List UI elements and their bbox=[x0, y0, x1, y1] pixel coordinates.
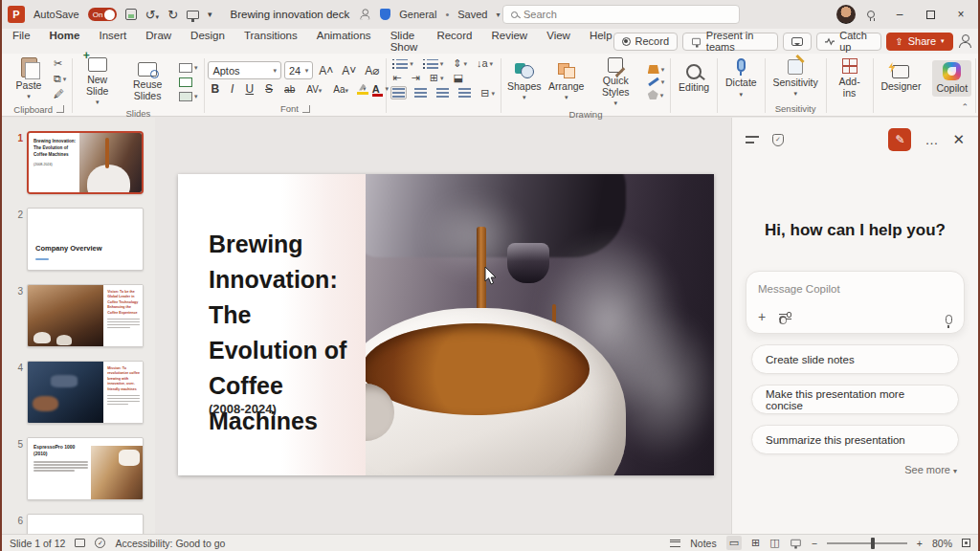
display-settings-icon[interactable] bbox=[75, 539, 85, 547]
suggestion-summarize[interactable]: Summarize this presentation bbox=[751, 425, 959, 454]
cut-button[interactable]: ✂ bbox=[52, 57, 68, 70]
decrease-indent-button[interactable]: ⇤ bbox=[390, 72, 403, 84]
lightbulb-icon[interactable] bbox=[867, 11, 875, 18]
save-icon[interactable] bbox=[125, 9, 137, 20]
shapes-button[interactable]: Shapes▾ bbox=[505, 61, 544, 103]
font-name-select[interactable]: Aptos▾ bbox=[208, 61, 281, 79]
powerpoint-logo-icon[interactable]: P bbox=[8, 6, 25, 23]
new-slide-button[interactable]: New Slide▾ bbox=[77, 55, 118, 108]
tab-review[interactable]: Review bbox=[490, 26, 528, 56]
undo-icon[interactable]: ↺▾ bbox=[145, 9, 159, 21]
designer-button[interactable]: Designer bbox=[877, 63, 924, 94]
format-painter-button[interactable]: 🖉 bbox=[52, 88, 68, 100]
notes-button[interactable]: Notes bbox=[690, 538, 716, 549]
bullets-button[interactable]: ▾ bbox=[390, 58, 415, 70]
voice-input-icon[interactable] bbox=[946, 315, 952, 324]
see-more-link[interactable]: See more ▾ bbox=[753, 464, 957, 475]
tab-animations[interactable]: Animations bbox=[316, 26, 372, 56]
reset-button[interactable] bbox=[177, 77, 200, 88]
new-chat-button[interactable]: ✎ bbox=[888, 128, 911, 151]
options-tune-icon[interactable] bbox=[779, 313, 791, 321]
shape-effects-button[interactable]: ▾ bbox=[646, 89, 667, 100]
tab-slide-show[interactable]: Slide Show bbox=[390, 26, 419, 56]
tab-insert[interactable]: Insert bbox=[98, 26, 127, 56]
slide-subtitle[interactable]: (2008-2024) bbox=[209, 402, 277, 416]
suggestion-more-concise[interactable]: Make this presentation more concise bbox=[751, 385, 959, 414]
suggestion-create-slide-notes[interactable]: Create slide notes bbox=[751, 344, 959, 374]
dictate-button[interactable]: Dictate▾ bbox=[722, 56, 761, 99]
slide-image[interactable] bbox=[366, 174, 714, 475]
sensitivity-label[interactable]: General bbox=[399, 9, 436, 20]
fit-to-window-icon[interactable] bbox=[962, 539, 970, 547]
change-case-button[interactable]: Aa▾ bbox=[330, 84, 351, 95]
collapse-ribbon-icon[interactable]: ⌃ bbox=[961, 102, 969, 112]
chevron-down-icon[interactable]: ▾ bbox=[496, 11, 500, 19]
thumbnail-slide-1[interactable]: Brewing Innovation: The Evolution of Cof… bbox=[27, 131, 144, 194]
thumbnail-slide-6[interactable] bbox=[27, 514, 144, 534]
thumbnail-slide-3[interactable]: Vision: To be the Global Leader in Coffe… bbox=[27, 284, 144, 347]
maximize-button[interactable] bbox=[917, 1, 944, 28]
notes-icon[interactable] bbox=[670, 540, 680, 547]
line-spacing-button[interactable]: ⇕▾ bbox=[451, 57, 469, 70]
customize-qat-icon[interactable]: ▾ bbox=[208, 11, 212, 19]
copilot-button[interactable]: Copilot bbox=[932, 60, 971, 96]
start-slideshow-icon[interactable] bbox=[187, 11, 199, 19]
thumbnail-slide-5[interactable]: EspressoPro 1000 (2010) bbox=[27, 437, 144, 500]
subscript-button[interactable]: ab bbox=[281, 84, 298, 95]
tab-view[interactable]: View bbox=[546, 26, 571, 56]
copilot-menu-icon[interactable] bbox=[746, 135, 759, 144]
zoom-level[interactable]: 80% bbox=[932, 538, 952, 549]
tab-home[interactable]: Home bbox=[49, 26, 81, 56]
slideshow-view-button[interactable] bbox=[790, 538, 802, 549]
attach-plus-icon[interactable]: + bbox=[758, 309, 766, 324]
clear-formatting-button[interactable]: A⌀ bbox=[362, 64, 382, 77]
close-button[interactable]: × bbox=[947, 1, 974, 28]
align-right-button[interactable] bbox=[434, 87, 451, 99]
tab-draw[interactable]: Draw bbox=[145, 26, 172, 56]
copilot-input-card[interactable]: Message Copilot + bbox=[746, 271, 965, 334]
thumbnail-slide-2[interactable]: Company Overview bbox=[27, 208, 144, 271]
current-slide[interactable]: Brewing Innovation: The Evolution of Cof… bbox=[178, 174, 714, 475]
justify-button[interactable] bbox=[457, 87, 473, 99]
font-size-select[interactable]: 24▾ bbox=[284, 61, 313, 79]
sensitivity-shield-icon[interactable] bbox=[380, 9, 390, 20]
document-title[interactable]: Brewing innovation deck bbox=[231, 9, 350, 20]
record-button[interactable]: Record bbox=[613, 33, 678, 51]
author-presence-icon[interactable] bbox=[360, 9, 370, 19]
clipboard-dialog-launcher[interactable] bbox=[56, 105, 64, 113]
font-color-button[interactable]: A bbox=[372, 83, 380, 95]
privacy-shield-icon[interactable]: ✓ bbox=[772, 134, 784, 146]
copy-button[interactable]: ⧉▾ bbox=[52, 73, 68, 85]
close-copilot-icon[interactable]: ✕ bbox=[952, 131, 965, 148]
tab-file[interactable]: File bbox=[11, 26, 32, 56]
decrease-font-button[interactable]: A˅ bbox=[339, 64, 359, 77]
italic-button[interactable]: I bbox=[228, 82, 236, 96]
character-spacing-button[interactable]: AV▾ bbox=[303, 84, 324, 95]
font-dialog-launcher[interactable] bbox=[302, 105, 310, 113]
paste-button[interactable]: Paste▾ bbox=[10, 55, 48, 102]
zoom-slider[interactable] bbox=[827, 542, 907, 544]
increase-indent-button[interactable]: ⇥ bbox=[409, 72, 421, 84]
minimize-button[interactable]: – bbox=[886, 1, 913, 28]
presenter-icon[interactable] bbox=[958, 34, 969, 48]
normal-view-button[interactable]: ▭ bbox=[726, 536, 742, 550]
align-center-button[interactable] bbox=[412, 87, 429, 99]
add-ins-button[interactable]: Add-ins bbox=[831, 56, 869, 100]
tab-record[interactable]: Record bbox=[435, 26, 473, 56]
share-button[interactable]: ⇪Share▾ bbox=[886, 33, 952, 51]
arrange-button[interactable]: Arrange▾ bbox=[547, 61, 586, 103]
convert-smartart-button[interactable]: ⊟▾ bbox=[479, 87, 497, 99]
align-left-button[interactable] bbox=[390, 86, 407, 99]
autosave-toggle[interactable]: On bbox=[88, 8, 117, 21]
numbering-button[interactable]: ▾ bbox=[421, 58, 446, 70]
comments-button[interactable] bbox=[783, 33, 812, 51]
layout-button[interactable]: ▾ bbox=[177, 62, 200, 74]
shape-outline-button[interactable]: ▾ bbox=[646, 77, 667, 86]
slide-indicator[interactable]: Slide 1 of 12 bbox=[10, 538, 65, 549]
zoom-slider-knob[interactable] bbox=[871, 538, 875, 549]
catch-up-button[interactable]: Catch up bbox=[816, 33, 881, 51]
increase-font-button[interactable]: A˄ bbox=[316, 64, 336, 77]
copilot-input-placeholder[interactable]: Message Copilot bbox=[758, 283, 952, 295]
sensitivity-button[interactable]: Sensitivity▾ bbox=[769, 57, 822, 99]
underline-button[interactable]: U bbox=[242, 82, 256, 96]
